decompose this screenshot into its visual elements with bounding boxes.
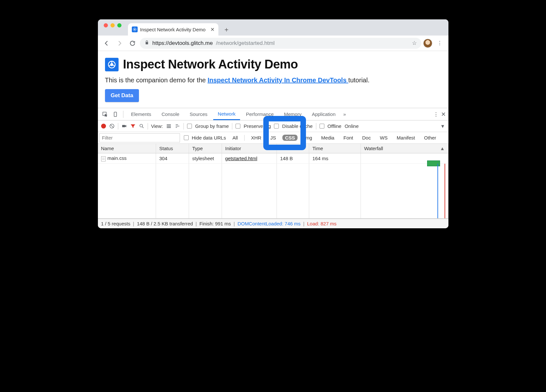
svg-rect-7: [122, 125, 125, 127]
checkbox-icon[interactable]: [184, 135, 189, 140]
devtools-close-icon[interactable]: ✕: [441, 111, 446, 118]
col-waterfall[interactable]: Waterfall ▲: [361, 144, 448, 153]
divider: [123, 111, 123, 118]
preserve-log-option[interactable]: Preserve log: [236, 123, 271, 129]
view-label: View:: [151, 123, 163, 129]
forward-button[interactable]: [114, 38, 125, 49]
page-header: Inspect Network Activity Demo: [105, 57, 441, 71]
desc-suffix: tutorial.: [348, 77, 370, 84]
filter-js[interactable]: JS: [268, 135, 279, 141]
checkbox-icon[interactable]: [187, 124, 192, 129]
tab-memory[interactable]: Memory: [279, 108, 306, 120]
tutorial-link[interactable]: Inspect Network Activity In Chrome DevTo…: [207, 77, 348, 84]
divider: [316, 123, 316, 129]
back-button[interactable]: [101, 38, 112, 49]
filter-doc[interactable]: Doc: [360, 135, 373, 141]
camera-icon[interactable]: [121, 123, 127, 129]
col-initiator[interactable]: Initiator: [222, 144, 277, 153]
col-size[interactable]: Size: [277, 144, 309, 153]
network-status-bar: 1 / 5 requests | 148 B / 2.5 KB transfer…: [98, 219, 448, 228]
minimize-window-button[interactable]: [110, 23, 115, 27]
devtools-menu-icon[interactable]: ⋮: [434, 111, 438, 117]
tab-strip: Inspect Network Activity Demo ✕ ＋: [98, 19, 448, 36]
cell-status: 304: [156, 153, 189, 164]
filter-manifest[interactable]: Manifest: [394, 135, 418, 141]
col-status[interactable]: Status: [156, 144, 189, 153]
tab-elements[interactable]: Elements: [127, 108, 156, 120]
filter-font[interactable]: Font: [341, 135, 356, 141]
chrome-favicon: [132, 26, 138, 32]
divider: [148, 123, 148, 129]
url-host: https://devtools.glitch.me: [152, 40, 213, 46]
devtools-panel: Elements Console Sources Network Perform…: [98, 108, 448, 228]
tab-application[interactable]: Application: [307, 108, 340, 120]
search-icon[interactable]: [139, 123, 144, 129]
filter-media[interactable]: Media: [319, 135, 337, 141]
filter-img[interactable]: Img: [301, 135, 315, 141]
hide-data-urls-option[interactable]: Hide data URLs: [184, 135, 226, 140]
browser-toolbar: https://devtools.glitch.me/network/getst…: [98, 36, 448, 51]
lock-icon: [144, 40, 149, 46]
type-filter-group: All XHR JS CSS Img Media Font Doc WS Man…: [230, 135, 439, 141]
cell-size: 148 B: [277, 153, 309, 164]
close-tab-icon[interactable]: ✕: [210, 26, 215, 33]
col-name[interactable]: Name: [98, 144, 156, 153]
new-tab-button[interactable]: ＋: [222, 25, 231, 34]
inspect-element-icon[interactable]: [100, 110, 110, 119]
filter-css[interactable]: CSS: [282, 135, 298, 141]
filter-toggle-icon[interactable]: [130, 123, 136, 129]
checkbox-icon[interactable]: [320, 124, 324, 129]
svg-rect-9: [167, 125, 171, 125]
svg-point-8: [140, 124, 142, 127]
cell-initiator[interactable]: getstarted.html: [222, 153, 277, 164]
group-by-frame-option[interactable]: Group by frame: [187, 123, 229, 129]
tab-console[interactable]: Console: [157, 108, 184, 120]
network-table: Name Status Type Initiator Size Time Wat…: [98, 144, 448, 164]
close-window-button[interactable]: [104, 23, 108, 27]
tab-performance[interactable]: Performance: [241, 108, 278, 120]
svg-rect-10: [167, 126, 171, 127]
svg-rect-11: [167, 127, 171, 128]
maximize-window-button[interactable]: [117, 23, 121, 27]
table-header-row: Name Status Type Initiator Size Time Wat…: [98, 144, 448, 153]
disable-cache-option[interactable]: Disable cache: [274, 123, 312, 129]
filter-input[interactable]: [99, 133, 180, 142]
divider: [232, 123, 232, 129]
cell-time: 164 ms: [309, 153, 361, 164]
filter-all[interactable]: All: [230, 135, 240, 141]
more-tabs-icon[interactable]: »: [343, 111, 346, 117]
network-toolbar: View: Group by frame Preserve log Disabl…: [98, 120, 448, 132]
status-load: Load: 827 ms: [307, 221, 337, 226]
filter-xhr[interactable]: XHR: [248, 135, 264, 141]
record-button[interactable]: [101, 124, 106, 129]
svg-point-3: [110, 63, 113, 66]
cell-waterfall: [361, 153, 448, 164]
reload-button[interactable]: [127, 38, 138, 49]
offline-option[interactable]: Offline: [320, 123, 341, 129]
large-rows-icon[interactable]: [166, 123, 172, 129]
table-row[interactable]: main.css 304 stylesheet getstarted.html …: [98, 153, 448, 164]
tab-network[interactable]: Network: [213, 108, 240, 120]
clear-icon[interactable]: [109, 123, 115, 129]
get-data-button[interactable]: Get Data: [105, 89, 139, 102]
address-bar[interactable]: https://devtools.glitch.me/network/getst…: [140, 38, 421, 49]
throttle-caret-icon[interactable]: ▼: [440, 123, 445, 129]
svg-rect-5: [114, 112, 117, 117]
overview-icon[interactable]: [175, 123, 180, 129]
profile-avatar[interactable]: [423, 39, 432, 48]
browser-tab[interactable]: Inspect Network Activity Demo ✕: [128, 23, 218, 36]
filter-ws[interactable]: WS: [377, 135, 390, 141]
device-toggle-icon[interactable]: [111, 110, 120, 119]
filter-other[interactable]: Other: [422, 135, 439, 141]
tab-sources[interactable]: Sources: [185, 108, 212, 120]
checkbox-icon[interactable]: [236, 124, 240, 129]
browser-menu-button[interactable]: ⋮: [434, 40, 445, 46]
col-type[interactable]: Type: [189, 144, 222, 153]
online-dropdown[interactable]: Online: [345, 123, 359, 129]
network-filter-row: Hide data URLs All XHR JS CSS Img Media …: [98, 132, 448, 144]
checkbox-icon[interactable]: [274, 124, 279, 129]
url-path: /network/getstarted.html: [216, 40, 275, 46]
bookmark-star-icon[interactable]: ☆: [412, 40, 417, 46]
file-icon: [101, 156, 106, 161]
col-time[interactable]: Time: [309, 144, 361, 153]
